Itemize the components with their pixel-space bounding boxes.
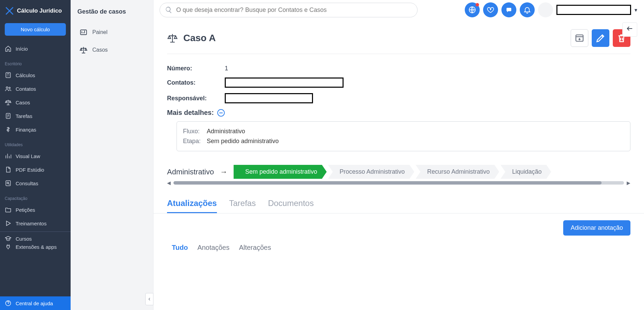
- contatos-label: Contatos:: [167, 79, 211, 86]
- stage-scrollbar[interactable]: ◀ ▶: [167, 180, 630, 186]
- nav-item-peticoes[interactable]: Petições: [0, 203, 71, 217]
- arrow-left-icon: [626, 25, 633, 32]
- sub-label: Painel: [92, 29, 107, 35]
- row-responsavel: Responsável:: [167, 90, 630, 106]
- scroll-right-icon[interactable]: ▶: [627, 180, 630, 186]
- top-actions: ▾: [465, 2, 637, 17]
- stage-2[interactable]: Recurso Administrativo: [416, 165, 499, 179]
- stage-1[interactable]: Processo Administrativo: [328, 165, 414, 179]
- subtab-anotacoes[interactable]: Anotações: [197, 244, 229, 252]
- nav-item-casos[interactable]: Casos: [0, 96, 71, 109]
- nav-label: Contatos: [16, 86, 36, 92]
- search-input[interactable]: [160, 3, 418, 17]
- mais-detalhes-label: Mais detalhes:: [167, 109, 214, 117]
- nav-item-consultas[interactable]: Consultas: [0, 176, 71, 190]
- subpanel-item-casos[interactable]: Casos: [77, 41, 146, 59]
- search-icon: [165, 6, 172, 14]
- user-name[interactable]: [556, 5, 631, 15]
- scroll-track[interactable]: [173, 181, 624, 185]
- nav-item-inicio[interactable]: Início: [0, 42, 71, 55]
- collapse-subpanel-button[interactable]: [145, 293, 153, 305]
- plug-icon: [5, 243, 12, 250]
- row-contatos: Contatos:: [167, 75, 630, 90]
- contatos-value[interactable]: [225, 78, 344, 88]
- subtab-alteracoes[interactable]: Alterações: [239, 244, 271, 252]
- case-tabs: Atualizações Tarefas Documentos: [153, 186, 644, 213]
- group-escritorio: Escritório Cálculos Contatos Casos Taref…: [0, 57, 71, 138]
- edit-button[interactable]: [592, 29, 609, 47]
- add-annotation-button[interactable]: Adicionar anotação: [563, 220, 630, 236]
- user-menu-chevron[interactable]: ▾: [634, 7, 637, 13]
- group-label: Capacitação: [0, 193, 71, 203]
- nav-item-pdf[interactable]: PDF Estúdio: [0, 163, 71, 176]
- nav-label: Finanças: [16, 127, 36, 133]
- tab-tarefas[interactable]: Tarefas: [229, 196, 256, 213]
- svg-point-5: [7, 182, 9, 184]
- search-wrap: [160, 3, 418, 17]
- grad-cap-icon: [5, 235, 12, 242]
- stage-3[interactable]: Liquidação: [500, 165, 551, 179]
- svg-point-1: [6, 87, 8, 88]
- svg-rect-9: [507, 8, 511, 11]
- scales-icon: [167, 33, 178, 44]
- play-icon: [5, 220, 12, 227]
- etapa-label: Etapa:: [183, 138, 203, 145]
- stage-0[interactable]: Sem pedido administrativo: [234, 165, 327, 179]
- stages: Sem pedido administrativo Processo Admin…: [234, 165, 630, 179]
- nav-item-contatos[interactable]: Contatos: [0, 82, 71, 96]
- mais-detalhes-toggle[interactable]: Mais detalhes: −: [167, 106, 630, 117]
- folder-icon: [5, 206, 12, 213]
- logo-row: Cálculo Jurídico: [0, 0, 71, 20]
- tab-atualizacoes[interactable]: Atualizações: [167, 196, 217, 213]
- help-icon: [5, 300, 12, 307]
- nav-label: Casos: [16, 100, 30, 105]
- pdf-icon: [5, 166, 12, 173]
- scroll-left-icon[interactable]: ◀: [167, 180, 171, 186]
- nav-label: Cursos: [16, 236, 32, 242]
- nav-item-tarefas[interactable]: Tarefas: [0, 109, 71, 123]
- archive-button[interactable]: [571, 29, 588, 47]
- tasks-icon: [5, 113, 12, 119]
- page-title: Caso A: [183, 33, 216, 44]
- nav-label: Petições: [16, 207, 35, 213]
- group-capacitacao: Capacitação Petições Treinamentos Cursos…: [0, 191, 71, 255]
- page-actions: [571, 29, 630, 47]
- nav-item-financas[interactable]: Finanças: [0, 123, 71, 136]
- globe-icon: [468, 6, 476, 14]
- responsavel-label: Responsável:: [167, 95, 211, 102]
- subpanel-item-painel[interactable]: Painel: [77, 23, 146, 41]
- page-header: Caso A: [153, 20, 644, 50]
- nav-item-help[interactable]: Central de ajuda: [0, 296, 71, 310]
- nav-item-visuallaw[interactable]: Visual Law: [0, 149, 71, 163]
- nav-item-extensoes[interactable]: Extensões & apps: [0, 243, 71, 254]
- cases-subpanel: Gestão de casos Painel Casos: [71, 0, 153, 310]
- group-label: Escritório: [0, 58, 71, 68]
- annotation-row: Adicionar anotação: [153, 213, 644, 236]
- chart-icon: [5, 153, 12, 159]
- notifications-button[interactable]: [520, 2, 535, 17]
- flow-section: Administrativo → Sem pedido administrati…: [153, 155, 644, 186]
- back-button[interactable]: [622, 22, 637, 37]
- responsavel-value[interactable]: [225, 93, 313, 103]
- avatar[interactable]: [538, 2, 553, 17]
- logo-icon: [5, 6, 14, 16]
- cnis-button[interactable]: [465, 2, 480, 17]
- nav-item-treinamentos[interactable]: Treinamentos: [0, 217, 71, 230]
- calculator-icon: [5, 72, 12, 79]
- money-icon: [5, 126, 12, 133]
- new-calc-button[interactable]: Novo cálculo: [5, 23, 66, 36]
- tab-documentos[interactable]: Documentos: [268, 196, 314, 213]
- details-box: Fluxo: Administrativo Etapa: Sem pedido …: [177, 121, 630, 151]
- scales-icon: [79, 46, 88, 54]
- main-sidebar: Cálculo Jurídico Novo cálculo Início Esc…: [0, 0, 71, 310]
- heart-add-button[interactable]: [483, 2, 498, 17]
- contacts-icon: [5, 85, 12, 92]
- flow-name: Administrativo: [167, 168, 214, 176]
- pencil-icon: [595, 33, 606, 44]
- chat-button[interactable]: [501, 2, 516, 17]
- subtab-tudo[interactable]: Tudo: [172, 244, 188, 252]
- nav-item-cursos[interactable]: Cursos: [0, 232, 71, 243]
- chat-icon: [505, 6, 513, 14]
- nav-label: Treinamentos: [16, 221, 47, 226]
- nav-item-calculos[interactable]: Cálculos: [0, 68, 71, 82]
